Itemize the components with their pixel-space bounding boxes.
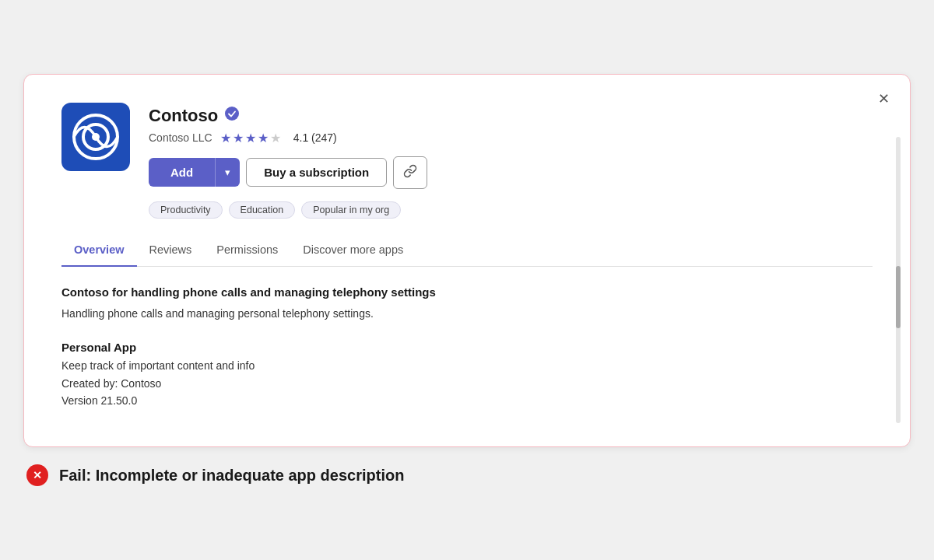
personal-app-section: Personal App Keep track of important con… xyxy=(61,341,857,409)
overview-heading: Contoso for handling phone calls and man… xyxy=(61,285,857,299)
header-section: Contoso Contoso LLC ★ ★ ★ ★ xyxy=(61,103,873,219)
tab-discover[interactable]: Discover more apps xyxy=(290,234,416,267)
personal-app-line-3: Version 21.50.0 xyxy=(61,392,857,409)
fail-icon xyxy=(26,464,48,486)
add-button-group: Add ▾ xyxy=(149,158,240,187)
chevron-down-icon: ▾ xyxy=(225,166,230,178)
star-4: ★ xyxy=(258,131,269,145)
link-icon xyxy=(403,164,417,181)
tab-overview[interactable]: Overview xyxy=(61,234,137,267)
svg-point-3 xyxy=(225,107,239,121)
action-row: Add ▾ Buy a subscription xyxy=(149,156,873,189)
tag-education: Education xyxy=(229,201,296,219)
star-2: ★ xyxy=(233,131,244,145)
overview-content: Contoso for handling phone calls and man… xyxy=(61,285,873,410)
app-title-row: Contoso xyxy=(149,106,873,126)
verified-badge-icon xyxy=(224,106,240,125)
tag-popular: Popular in my org xyxy=(301,201,401,219)
personal-app-line-2: Created by: Contoso xyxy=(61,375,857,392)
tag-productivity: Productivity xyxy=(149,201,223,219)
fail-text: Fail: Incomplete or inadequate app descr… xyxy=(59,467,404,485)
app-publisher-row: Contoso LLC ★ ★ ★ ★ ★ 4.1 (247) xyxy=(149,131,873,145)
fail-section: Fail: Incomplete or inadequate app descr… xyxy=(23,464,911,486)
star-3: ★ xyxy=(245,131,256,145)
add-button[interactable]: Add xyxy=(149,158,216,187)
close-button[interactable]: ✕ xyxy=(873,89,894,109)
personal-app-heading: Personal App xyxy=(61,341,857,354)
subscribe-button[interactable]: Buy a subscription xyxy=(246,158,387,187)
scrollbar-thumb[interactable] xyxy=(896,266,901,328)
app-name: Contoso xyxy=(149,106,218,126)
rating-text: 4.1 (247) xyxy=(293,131,337,144)
tags-row: Productivity Education Popular in my org xyxy=(149,201,873,219)
app-icon xyxy=(61,103,130,171)
app-info: Contoso Contoso LLC ★ ★ ★ ★ xyxy=(149,103,873,219)
scrollbar-track[interactable] xyxy=(896,137,901,424)
personal-app-line-1: Keep track of important content and info xyxy=(61,357,857,374)
overview-description: Handling phone calls and managing person… xyxy=(61,305,857,322)
tab-permissions[interactable]: Permissions xyxy=(204,234,290,267)
personal-app-body: Keep track of important content and info… xyxy=(61,357,857,409)
star-rating: ★ ★ ★ ★ ★ xyxy=(220,131,281,145)
star-1: ★ xyxy=(220,131,231,145)
close-icon: ✕ xyxy=(878,91,890,107)
tab-reviews[interactable]: Reviews xyxy=(137,234,205,267)
tabs-section: Overview Reviews Permissions Discover mo… xyxy=(61,234,873,267)
publisher-name: Contoso LLC xyxy=(149,131,212,144)
app-detail-card: ✕ Contoso xyxy=(23,74,911,448)
add-dropdown-button[interactable]: ▾ xyxy=(216,158,240,187)
outer-wrapper: ✕ Contoso xyxy=(23,74,911,487)
link-button[interactable] xyxy=(393,156,427,189)
star-5: ★ xyxy=(270,131,281,145)
